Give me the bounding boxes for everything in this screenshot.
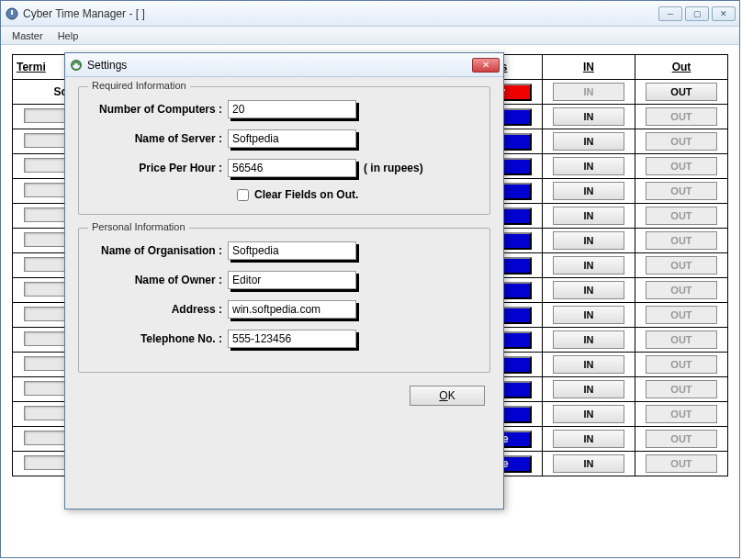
out-button: OUT: [646, 454, 717, 473]
in-button[interactable]: IN: [553, 281, 624, 299]
header-out: Out: [635, 55, 727, 80]
out-button: OUT: [646, 207, 717, 225]
clear-fields-checkbox[interactable]: [237, 189, 249, 201]
out-cell: OUT: [635, 80, 727, 105]
in-button[interactable]: IN: [553, 306, 624, 324]
in-button[interactable]: IN: [553, 330, 624, 349]
out-cell: OUT: [635, 452, 727, 476]
out-cell: OUT: [635, 402, 727, 427]
in-button[interactable]: IN: [553, 454, 624, 473]
price-note: ( in rupees): [364, 162, 423, 174]
in-button[interactable]: IN: [553, 107, 624, 126]
in-cell: IN: [542, 377, 635, 402]
out-cell: OUT: [635, 105, 727, 129]
required-info-group: Required Information Number of Computers…: [78, 86, 490, 215]
personal-info-group: Personal Information Name of Organisatio…: [78, 228, 490, 373]
svg-rect-1: [11, 10, 13, 15]
in-button[interactable]: IN: [553, 207, 624, 225]
in-button: IN: [553, 83, 624, 101]
price-label: Price Per Hour :: [90, 162, 228, 174]
tel-input[interactable]: [228, 330, 356, 348]
out-button: OUT: [646, 306, 717, 324]
in-cell: IN: [542, 402, 635, 427]
in-button[interactable]: IN: [553, 256, 624, 274]
out-button: OUT: [646, 256, 717, 274]
out-cell: OUT: [635, 427, 727, 452]
in-cell: IN: [542, 204, 635, 229]
in-cell: IN: [542, 452, 635, 476]
out-cell: OUT: [635, 278, 727, 303]
out-cell: OUT: [635, 353, 727, 377]
out-button[interactable]: OUT: [646, 83, 717, 101]
in-button[interactable]: IN: [553, 231, 624, 250]
in-cell: IN: [542, 253, 635, 278]
in-button[interactable]: IN: [553, 430, 624, 448]
dialog-close-button[interactable]: ✕: [472, 58, 500, 73]
out-cell: OUT: [635, 303, 727, 328]
out-cell: OUT: [635, 204, 727, 229]
out-cell: OUT: [635, 154, 727, 179]
out-button: OUT: [646, 380, 717, 398]
out-button: OUT: [646, 430, 717, 448]
in-button[interactable]: IN: [553, 355, 624, 374]
in-button[interactable]: IN: [553, 157, 624, 175]
server-name-label: Name of Server :: [90, 132, 228, 145]
address-label: Address :: [90, 303, 228, 316]
app-icon: [5, 6, 19, 21]
in-cell: IN: [542, 80, 635, 105]
dialog-titlebar: Settings ✕: [65, 53, 503, 77]
in-button[interactable]: IN: [553, 405, 624, 423]
menu-master[interactable]: Master: [5, 28, 51, 43]
org-input[interactable]: [228, 241, 356, 260]
clear-fields-label: Clear Fields on Out.: [254, 188, 358, 201]
out-cell: OUT: [635, 253, 727, 278]
in-button[interactable]: IN: [553, 132, 624, 151]
out-button: OUT: [646, 405, 717, 423]
maximize-button[interactable]: ▢: [685, 6, 709, 21]
out-button: OUT: [646, 281, 717, 299]
out-button: OUT: [646, 132, 717, 151]
menu-help[interactable]: Help: [51, 28, 86, 43]
header-in: IN: [542, 55, 635, 80]
in-button[interactable]: IN: [553, 380, 624, 398]
out-cell: OUT: [635, 328, 727, 353]
owner-label: Name of Owner :: [90, 274, 228, 286]
out-button: OUT: [646, 182, 717, 200]
in-cell: IN: [542, 179, 635, 204]
main-window: Cyber Time Manager - [ ] ─ ▢ ✕ Master He…: [0, 0, 740, 558]
in-cell: IN: [542, 353, 635, 377]
close-button[interactable]: ✕: [712, 6, 736, 21]
minimize-button[interactable]: ─: [658, 6, 682, 21]
owner-input[interactable]: [228, 271, 356, 289]
in-cell: IN: [542, 278, 635, 303]
price-input[interactable]: [228, 159, 356, 177]
in-cell: IN: [542, 229, 635, 253]
required-info-legend: Required Information: [88, 80, 190, 91]
num-computers-input[interactable]: [228, 100, 356, 118]
org-label: Name of Organisation :: [90, 244, 228, 257]
out-cell: OUT: [635, 377, 727, 402]
in-cell: IN: [542, 105, 635, 129]
titlebar: Cyber Time Manager - [ ] ─ ▢ ✕: [1, 1, 739, 27]
out-button: OUT: [646, 231, 717, 250]
in-cell: IN: [542, 303, 635, 328]
dialog-title: Settings: [87, 59, 472, 72]
out-cell: OUT: [635, 129, 727, 154]
out-button: OUT: [646, 107, 717, 126]
address-input[interactable]: [228, 300, 356, 319]
out-button: OUT: [646, 330, 717, 349]
window-title: Cyber Time Manager - [ ]: [23, 7, 658, 20]
in-button[interactable]: IN: [553, 182, 624, 200]
out-button: OUT: [646, 157, 717, 175]
menubar: Master Help: [1, 27, 739, 45]
ok-button[interactable]: OK: [410, 386, 485, 406]
num-computers-label: Number of Computers :: [90, 103, 228, 116]
in-cell: IN: [542, 154, 635, 179]
settings-dialog: Settings ✕ Required Information Number o…: [64, 52, 504, 510]
in-cell: IN: [542, 129, 635, 154]
out-cell: OUT: [635, 229, 727, 253]
server-name-input[interactable]: [228, 129, 356, 148]
out-cell: OUT: [635, 179, 727, 204]
tel-label: Telephone No. :: [90, 332, 228, 345]
in-cell: IN: [542, 328, 635, 353]
